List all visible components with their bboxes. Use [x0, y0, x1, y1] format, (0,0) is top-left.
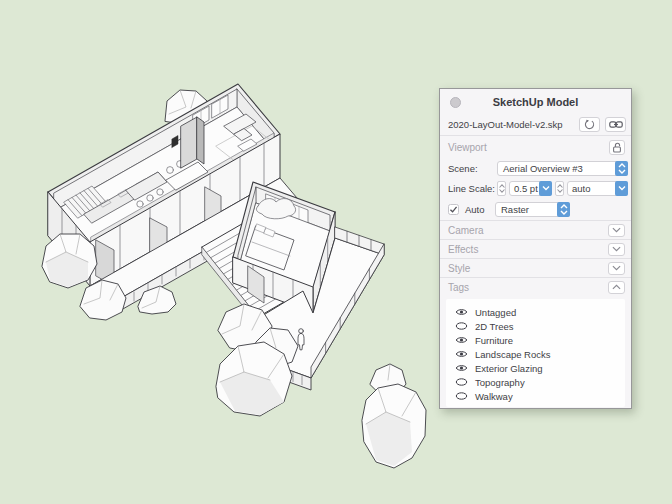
viewport-section-label: Viewport — [448, 142, 609, 153]
camera-expand-button[interactable] — [608, 224, 625, 237]
tag-label: Landscape Rocks — [475, 349, 551, 360]
tag-label: Furniture — [475, 335, 513, 346]
tag-row[interactable]: Walkway — [454, 389, 625, 403]
render-mode-select[interactable]: Raster — [495, 202, 570, 217]
scene-select[interactable]: Aerial Overview #3 — [497, 161, 628, 176]
panel-header: SketchUp Model — [440, 89, 631, 114]
chevron-down-icon — [542, 185, 550, 191]
tag-row[interactable]: Landscape Rocks — [454, 347, 625, 361]
tags-collapse-button[interactable] — [608, 281, 625, 294]
model-file-row: 2020-LayOut-Model-v2.skp — [440, 114, 631, 135]
section-tags-label: Tags — [448, 282, 608, 293]
eye-hidden-icon — [455, 321, 468, 331]
chevron-down-icon — [557, 189, 563, 193]
link-model-button[interactable] — [605, 117, 626, 132]
up-down-chevrons-icon — [560, 204, 568, 215]
model-file-name: 2020-LayOut-Model-v2.skp — [448, 119, 574, 130]
line-scale-field[interactable]: 0.5 pt — [509, 181, 552, 196]
render-button[interactable] — [579, 117, 600, 132]
dash-scale-dropdown[interactable] — [615, 181, 628, 196]
eye-hidden-icon — [455, 377, 468, 387]
chevron-down-icon — [612, 246, 621, 252]
auto-checkbox[interactable] — [448, 204, 459, 215]
rocks-bottom-right — [362, 364, 426, 468]
chevron-up-icon — [557, 184, 563, 188]
section-effects-label: Effects — [448, 244, 608, 255]
auto-render-row: Auto Raster — [440, 198, 631, 220]
scene-label: Scene: — [448, 163, 497, 174]
tag-row[interactable]: Topography — [454, 375, 625, 389]
scene-row: Scene: Aerial Overview #3 — [440, 158, 631, 178]
chevron-up-icon — [612, 284, 621, 290]
section-tags[interactable]: Tags — [440, 277, 631, 296]
tags-list: Untagged 2D Trees Furniture Landscape Ro… — [446, 299, 625, 407]
style-expand-button[interactable] — [608, 262, 625, 275]
scene-select-stepper[interactable] — [615, 161, 628, 176]
tag-row[interactable]: Furniture — [454, 333, 625, 347]
tag-label: 2D Trees — [475, 321, 514, 332]
chevron-down-icon — [612, 265, 621, 271]
chevron-down-icon — [618, 185, 626, 191]
line-scale-dropdown[interactable] — [539, 181, 552, 196]
tag-row[interactable]: 2D Trees — [454, 319, 625, 333]
tag-row[interactable]: Untagged — [454, 305, 625, 319]
dash-scale-value: auto — [568, 183, 605, 194]
tag-label: Topography — [475, 377, 525, 388]
up-down-chevrons-icon — [618, 163, 626, 174]
panel-title: SketchUp Model — [440, 96, 631, 108]
tag-label: Walkway — [475, 391, 513, 402]
panel-collapse-dot[interactable] — [450, 97, 461, 108]
chevron-up-icon — [499, 184, 505, 188]
chevron-down-icon — [499, 189, 505, 193]
section-effects[interactable]: Effects — [440, 239, 631, 258]
unlock-icon — [612, 142, 622, 153]
link-icon — [609, 120, 623, 129]
section-style-label: Style — [448, 263, 608, 274]
scene-value: Aerial Overview #3 — [498, 163, 627, 174]
tag-label: Untagged — [475, 307, 516, 318]
checkmark-icon — [449, 205, 458, 214]
eye-visible-icon — [455, 363, 468, 373]
eye-visible-icon — [455, 307, 468, 317]
section-style[interactable]: Style — [440, 258, 631, 277]
effects-expand-button[interactable] — [608, 243, 625, 256]
line-scale-spinner[interactable] — [497, 181, 506, 196]
viewport-section-row: Viewport — [440, 136, 631, 158]
eye-visible-icon — [455, 349, 468, 359]
line-scale-label: Line Scale: — [448, 183, 497, 194]
tag-row[interactable]: Exterior Glazing — [454, 361, 625, 375]
tag-label: Exterior Glazing — [475, 363, 543, 374]
section-camera[interactable]: Camera — [440, 220, 631, 239]
viewport-lock-button[interactable] — [609, 140, 625, 155]
render-circle-icon — [583, 118, 596, 131]
line-scale-row: Line Scale: 0.5 pt auto — [440, 178, 631, 198]
eye-hidden-icon — [455, 391, 468, 401]
chevron-down-icon — [612, 227, 621, 233]
render-mode-stepper[interactable] — [557, 202, 570, 217]
dash-scale-field[interactable]: auto — [567, 181, 628, 196]
sketchup-model-panel: SketchUp Model 2020-LayOut-Model-v2.skp … — [439, 88, 632, 409]
section-camera-label: Camera — [448, 225, 608, 236]
auto-checkbox-label: Auto — [465, 204, 495, 215]
eye-visible-icon — [455, 335, 468, 345]
dash-scale-spinner[interactable] — [555, 181, 564, 196]
